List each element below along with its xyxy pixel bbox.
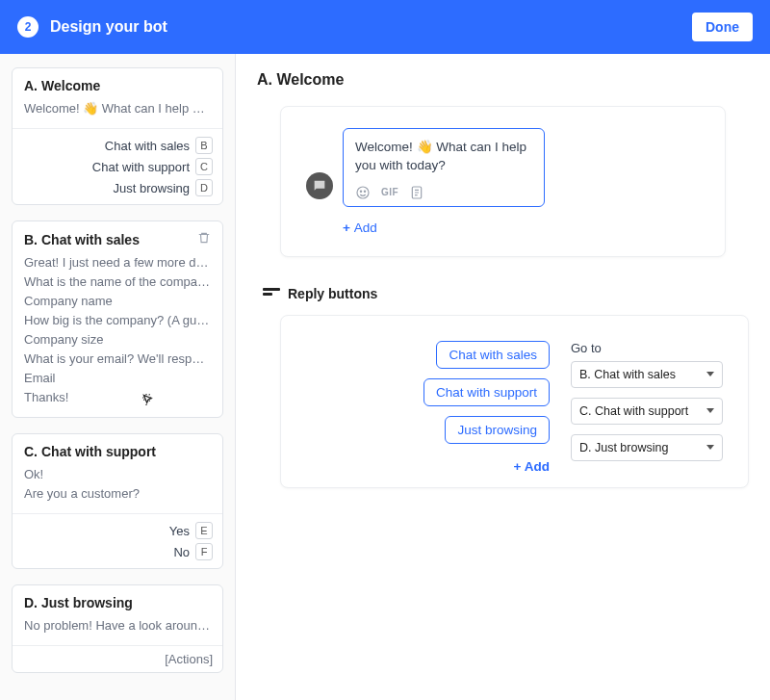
svg-point-1 [360,191,361,192]
reply-button-just-browsing[interactable]: Just browsing [445,416,550,444]
reply-buttons-card: Chat with sales Chat with support Just b… [280,315,749,488]
path-line: No problem! Have a look around an… [24,616,211,635]
path-reply[interactable]: Yes E [22,522,213,539]
path-reply-label: Just browsing [114,181,190,195]
path-reply-badge: E [195,522,213,539]
emoji-icon[interactable] [355,185,371,200]
path-reply-badge: F [195,543,213,560]
path-line: What is the name of the company y… [24,272,211,292]
goto-select-browsing[interactable]: D. Just browsing [571,434,723,461]
page-title: Design your bot [50,18,692,36]
svg-point-2 [364,191,365,192]
path-line: Thanks! [24,388,211,407]
path-card-chat-with-sales[interactable]: B. Chat with sales Great! I just need a … [12,220,223,418]
bot-avatar-icon [306,172,333,199]
goto-value: D. Just browsing [579,441,668,454]
step-badge: 2 [17,16,38,38]
path-card-just-browsing[interactable]: D. Just browsing No problem! Have a look… [12,584,223,673]
path-reply-label: Yes [169,524,190,538]
message-bubble[interactable]: Welcome! 👋 What can I help you with toda… [343,128,545,207]
message-text[interactable]: Welcome! 👋 What can I help you with toda… [355,139,532,175]
path-line: Email [24,369,211,388]
path-card-chat-with-support[interactable]: C. Chat with support Ok! Are you a custo… [12,433,223,569]
path-letter: B. [24,232,38,247]
gif-button[interactable]: GIF [382,185,398,200]
path-card-welcome[interactable]: A. Welcome Welcome! 👋 What can I help yo… [12,67,223,205]
svg-point-0 [357,187,369,198]
chevron-down-icon [706,445,714,450]
path-line: Great! I just need a few more details… [24,253,211,272]
goto-select-support[interactable]: C. Chat with support [571,398,723,425]
path-reply[interactable]: Just browsing D [22,179,213,196]
reply-button-chat-with-sales[interactable]: Chat with sales [436,341,550,369]
path-letter: A. [24,78,38,93]
path-reply-badge: B [195,137,213,154]
path-line: Ok! [24,465,211,484]
header: 2 Design your bot Done [0,0,770,54]
goto-label: Go to [571,341,723,355]
path-reply-label: No [173,545,190,559]
path-reply-badge: D [195,179,213,196]
path-line: Company size [24,330,211,350]
path-title: Chat with support [41,444,211,459]
path-title: Welcome [41,78,211,93]
chevron-down-icon [706,408,714,413]
path-line: Welcome! 👋 What can I help you … [24,99,211,118]
add-message-button[interactable]: Add [343,220,700,235]
path-reply-label: Chat with sales [105,139,190,153]
path-reply-label: Chat with support [92,160,190,174]
add-reply-button[interactable]: Add [514,459,550,474]
trash-icon[interactable] [197,231,211,245]
reply-buttons-label: Reply buttons [288,286,377,301]
path-line: What is your email? We'll respond h… [24,350,211,369]
path-actions-tag: [Actions] [13,645,222,672]
path-line: How big is the company? (A guess i… [24,311,211,330]
note-icon[interactable] [409,185,424,200]
path-line: Company name [24,292,211,311]
path-title: Chat with sales [41,232,197,247]
main-title: A. Welcome [257,71,749,89]
path-reply[interactable]: Chat with sales B [22,137,213,154]
message-card: Welcome! 👋 What can I help you with toda… [280,106,726,257]
reply-button-chat-with-support[interactable]: Chat with support [424,378,550,406]
path-line: Are you a customer? [24,484,211,504]
path-reply[interactable]: Chat with support C [22,158,213,175]
path-letter: C. [24,444,38,459]
path-title: Just browsing [41,595,211,610]
goto-select-sales[interactable]: B. Chat with sales [571,361,723,388]
path-letter: D. [24,595,38,610]
done-button[interactable]: Done [692,13,753,41]
paths-sidebar: A. Welcome Welcome! 👋 What can I help yo… [0,54,236,700]
reply-buttons-icon [263,288,280,299]
main-panel: A. Welcome Welcome! 👋 What can I help yo… [236,54,770,700]
goto-value: C. Chat with support [579,404,688,418]
path-reply[interactable]: No F [22,543,213,560]
reply-buttons-header: Reply buttons [263,286,749,301]
chevron-down-icon [706,372,714,376]
goto-value: B. Chat with sales [579,368,676,381]
path-reply-badge: C [195,158,213,175]
